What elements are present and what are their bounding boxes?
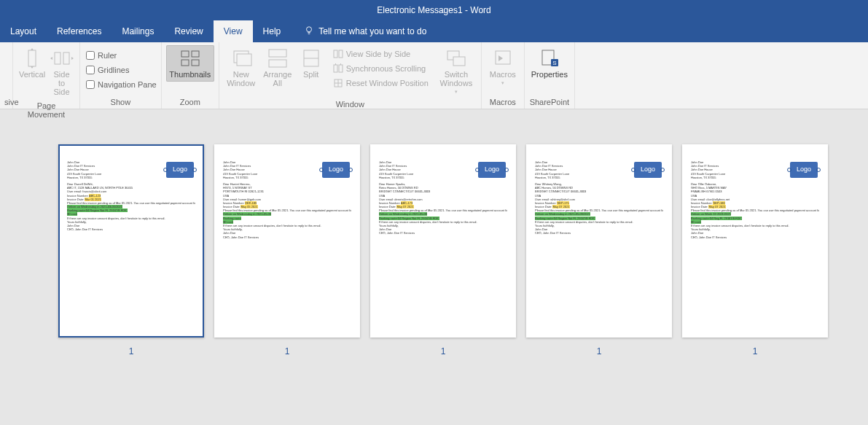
logo-placeholder: Logo <box>634 162 662 178</box>
reset-window-position-button[interactable]: Reset Window Position <box>330 76 431 90</box>
page-thumbnail[interactable]: LogoJohn DoeJohn Doe IT ServicesJohn Doe… <box>214 144 360 338</box>
tab-mailings[interactable]: Mailings <box>112 20 164 42</box>
page-thumbnail[interactable]: LogoJohn DoeJohn Doe IT ServicesJohn Doe… <box>682 144 828 338</box>
group-zoom: Thumbnails Zoom <box>162 42 219 109</box>
svg-rect-4 <box>181 51 189 57</box>
tab-help[interactable]: Help <box>253 20 292 42</box>
switch-windows-label: Switch Windows <box>440 70 473 87</box>
thumbnails-button[interactable]: Thumbnails <box>166 45 214 82</box>
svg-text:S: S <box>552 60 556 66</box>
view-side-by-side-button[interactable]: View Side by Side <box>330 47 431 61</box>
thumbnails-icon <box>179 48 202 69</box>
page-number: 1 <box>129 346 134 356</box>
doc-line: CEO, John Doe IT Services <box>223 235 351 239</box>
svg-point-0 <box>307 26 312 31</box>
group-sharepoint: S Properties SharePoint <box>525 42 575 109</box>
tab-layout[interactable]: Layout <box>0 20 47 42</box>
svg-rect-7 <box>192 60 199 66</box>
svg-rect-2 <box>55 52 60 64</box>
chevron-down-icon: ▾ <box>455 89 458 95</box>
macros-label: Macros <box>490 70 516 79</box>
group-immersive: sive <box>0 42 13 109</box>
group-macros: Macros ▾ Macros <box>482 42 525 109</box>
doc-line: CEO, John Doe IT Services <box>691 235 819 239</box>
arrange-all-button[interactable]: Arrange All <box>260 45 295 90</box>
group-label-macros: Macros <box>486 95 520 109</box>
thumbnails-area: LogoJohn DoeJohn Doe IT ServicesJohn Doe… <box>0 109 868 425</box>
svg-rect-21 <box>496 51 510 64</box>
vertical-label: Vertical <box>19 70 45 79</box>
synchronous-scrolling-button[interactable]: Synchronous Scrolling <box>330 61 431 76</box>
logo-placeholder: Logo <box>166 162 194 178</box>
side-by-side-icon <box>333 49 343 59</box>
page-number: 1 <box>597 346 602 356</box>
document-title: Electronic Messages1 - Word <box>377 5 491 15</box>
logo-placeholder: Logo <box>322 162 350 178</box>
new-window-icon <box>230 48 253 69</box>
svg-rect-9 <box>237 54 251 66</box>
svg-rect-5 <box>192 51 199 57</box>
switch-windows-icon <box>445 48 468 69</box>
properties-label: Properties <box>531 70 568 79</box>
thumbnail-wrap: LogoJohn DoeJohn Doe IT ServicesJohn Doe… <box>370 144 516 425</box>
new-window-button[interactable]: New Window <box>224 45 259 90</box>
side-to-side-icon <box>50 48 74 69</box>
thumbnails-label: Thumbnails <box>169 70 211 79</box>
svg-rect-10 <box>269 50 286 57</box>
chevron-down-icon: ▾ <box>501 80 504 86</box>
lightbulb-icon <box>304 26 314 38</box>
group-label-sharepoint: SharePoint <box>529 95 570 109</box>
thumbnail-wrap: LogoJohn DoeJohn Doe IT ServicesJohn Doe… <box>214 144 360 425</box>
page-thumbnail[interactable]: LogoJohn DoeJohn Doe IT ServicesJohn Doe… <box>526 144 672 338</box>
svg-rect-16 <box>334 65 337 72</box>
svg-rect-17 <box>339 65 343 72</box>
new-window-label: New Window <box>227 70 255 87</box>
tab-review[interactable]: Review <box>164 20 213 42</box>
sync-scroll-icon <box>333 63 343 74</box>
title-bar: Electronic Messages1 - Word <box>0 0 868 20</box>
split-button[interactable]: Split <box>297 45 326 82</box>
svg-rect-1 <box>28 50 36 66</box>
svg-rect-6 <box>181 60 189 66</box>
macros-button[interactable]: Macros ▾ <box>486 45 520 89</box>
gridlines-checkbox[interactable]: Gridlines <box>85 63 157 77</box>
properties-button[interactable]: S Properties <box>529 45 570 82</box>
group-page-movement: Vertical Side to Side Page Movement <box>13 42 80 109</box>
group-show: Ruler Gridlines Navigation Pane Show <box>80 42 162 109</box>
ribbon: sive Vertical Side to Side Page Movement… <box>0 42 868 109</box>
page-number: 1 <box>441 346 446 356</box>
doc-line: CEO, John Doe IT Services <box>535 231 663 235</box>
vertical-button[interactable]: Vertical <box>17 45 47 99</box>
vertical-icon <box>20 48 44 69</box>
group-window: New Window Arrange All Split View Side b… <box>219 42 482 109</box>
thumbnail-wrap: LogoJohn DoeJohn Doe IT ServicesJohn Doe… <box>682 144 828 425</box>
svg-rect-15 <box>339 50 343 58</box>
svg-rect-14 <box>334 50 337 58</box>
page-number: 1 <box>753 346 758 356</box>
arrange-all-icon <box>266 48 289 69</box>
navigation-pane-checkbox[interactable]: Navigation Pane <box>85 77 157 92</box>
svg-rect-3 <box>63 52 69 64</box>
page-thumbnail[interactable]: LogoJohn DoeJohn Doe IT ServicesJohn Doe… <box>58 144 204 338</box>
tab-references[interactable]: References <box>47 20 112 42</box>
logo-placeholder: Logo <box>790 162 818 178</box>
doc-line: CEO, John Doe IT Services <box>379 231 507 235</box>
side-to-side-button[interactable]: Side to Side <box>48 45 75 99</box>
reset-window-icon <box>333 78 343 88</box>
switch-windows-button[interactable]: Switch Windows ▾ <box>436 45 477 98</box>
thumbnail-wrap: LogoJohn DoeJohn Doe IT ServicesJohn Doe… <box>58 144 204 425</box>
properties-icon: S <box>538 48 561 69</box>
doc-line: CEO, John Doe IT Services <box>67 227 195 231</box>
tab-view[interactable]: View <box>214 20 253 42</box>
arrange-all-label: Arrange All <box>263 70 292 87</box>
ruler-checkbox[interactable]: Ruler <box>85 48 157 63</box>
group-label-immersive: sive <box>4 95 11 109</box>
tell-me-label: Tell me what you want to do <box>318 26 426 36</box>
page-thumbnail[interactable]: LogoJohn DoeJohn Doe IT ServicesJohn Doe… <box>370 144 516 338</box>
thumbnail-wrap: LogoJohn DoeJohn Doe IT ServicesJohn Doe… <box>526 144 672 425</box>
tell-me-search[interactable]: Tell me what you want to do <box>294 20 437 42</box>
macros-icon <box>491 48 515 69</box>
split-icon <box>300 48 323 69</box>
group-label-zoom: Zoom <box>166 95 214 109</box>
split-label: Split <box>303 70 318 79</box>
